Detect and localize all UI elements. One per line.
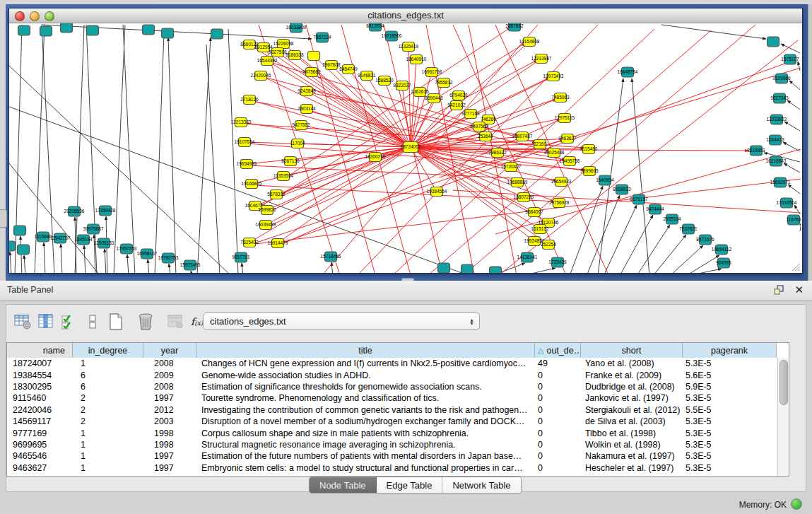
- table-cell[interactable]: 19384554: [7, 370, 73, 381]
- network-node[interactable]: [461, 264, 473, 273]
- table-row[interactable]: 911546021997Tourette syndrome. Phenomeno…: [7, 392, 778, 404]
- table-cell[interactable]: Tibbo et al. (1998): [581, 428, 683, 439]
- table-cell[interactable]: 0: [535, 428, 581, 439]
- network-node[interactable]: [18, 25, 30, 35]
- column-header-in_degree[interactable]: in_degree: [73, 343, 143, 358]
- new-column-icon[interactable]: [105, 312, 126, 332]
- network-node[interactable]: [61, 23, 73, 33]
- table-row[interactable]: 946362711997Embryonic stem cells: a mode…: [7, 462, 778, 474]
- table-cell[interactable]: 6: [73, 370, 143, 381]
- table-cell[interactable]: Wolkin et al. (1998): [581, 439, 683, 450]
- table-cell[interactable]: 9699695: [7, 439, 73, 450]
- table-row[interactable]: 969969511998Structural magnetic resonanc…: [7, 439, 778, 450]
- table-row[interactable]: 977716911998Corpus callosum shape and si…: [7, 427, 778, 438]
- table-cell[interactable]: 1: [73, 450, 143, 462]
- function-builder-icon[interactable]: f(x): [191, 316, 203, 327]
- table-cell[interactable]: 9465546: [7, 450, 73, 462]
- network-node[interactable]: [14, 226, 26, 235]
- table-cell[interactable]: 5.3E-5: [683, 450, 777, 462]
- table-cell[interactable]: 9115460: [7, 392, 73, 404]
- network-canvas[interactable]: 1603380978572248813054192185062887682166…: [9, 23, 802, 273]
- table-cell[interactable]: 22420046: [7, 404, 73, 416]
- checkbox-stack-icon[interactable]: [82, 312, 103, 332]
- network-view-window[interactable]: citations_edges.txt 16033809785722488130…: [8, 8, 803, 274]
- table-cell[interactable]: 49: [535, 358, 581, 369]
- network-node[interactable]: [9, 241, 16, 251]
- table-cell[interactable]: 2: [73, 392, 143, 404]
- table-cell[interactable]: Jankovic et al. (1997): [581, 392, 683, 404]
- table-cell[interactable]: Estimation of significance thresholds fo…: [196, 381, 535, 392]
- table-row[interactable]: 946554611997Estimation of the future num…: [7, 450, 778, 462]
- table-cell[interactable]: 0: [535, 450, 581, 462]
- table-row[interactable]: 1872400712008Changes of HCN gene express…: [7, 358, 778, 369]
- network-window-titlebar[interactable]: citations_edges.txt: [9, 8, 802, 23]
- table-cell[interactable]: 2008: [143, 358, 196, 369]
- table-cell[interactable]: Genome-wide association studies in ADHD.: [196, 370, 535, 381]
- table-cell[interactable]: Nakamura et al. (1997): [581, 450, 683, 462]
- table-cell[interactable]: 5.3E-5: [683, 428, 777, 439]
- network-node[interactable]: [18, 245, 30, 255]
- table-cell[interactable]: 5.3E-5: [683, 462, 777, 474]
- table-cell[interactable]: Estimation of the future numbers of pati…: [196, 450, 535, 462]
- show-columns-icon[interactable]: [35, 312, 57, 332]
- table-cell[interactable]: Dudbridge et al. (2008): [581, 381, 683, 392]
- table-cell[interactable]: 5.6E-5: [683, 370, 777, 381]
- table-cell[interactable]: 0: [535, 462, 581, 474]
- table-cell[interactable]: 1: [73, 358, 143, 369]
- table-cell[interactable]: Corpus callosum shape and size in male p…: [196, 428, 535, 439]
- network-node[interactable]: [490, 267, 502, 273]
- network-node[interactable]: [143, 25, 155, 35]
- table-cell[interactable]: 5.9E-5: [683, 381, 777, 392]
- table-cell[interactable]: 0: [535, 370, 581, 381]
- table-scrollbar[interactable]: [777, 358, 789, 476]
- table-cell[interactable]: 0: [535, 439, 581, 450]
- table-panel-titlebar[interactable]: Table Panel ✕: [0, 281, 812, 301]
- citation-network-graph[interactable]: 1603380978572248813054192185062887682166…: [9, 23, 801, 273]
- table-cell[interactable]: Disruption of a novel member of a sodium…: [196, 416, 535, 427]
- table-mode-icon[interactable]: [12, 312, 33, 332]
- table-cell[interactable]: 18724007: [7, 358, 73, 369]
- network-node[interactable]: [162, 28, 174, 38]
- column-header-title[interactable]: title: [196, 343, 535, 358]
- table-cell[interactable]: 1998: [143, 439, 196, 450]
- table-row[interactable]: 2242004622012Investigating the contribut…: [7, 404, 778, 416]
- table-cell[interactable]: 9777169: [7, 428, 73, 439]
- column-header-pagerank[interactable]: pagerank: [683, 343, 777, 358]
- table-cell[interactable]: 2003: [143, 416, 196, 427]
- table-cell[interactable]: 0: [535, 416, 581, 427]
- table-cell[interactable]: 1997: [143, 450, 196, 462]
- table-cell[interactable]: 2009: [143, 370, 196, 381]
- table-row[interactable]: 1830029562008Estimation of significance …: [7, 381, 778, 392]
- table-cell[interactable]: 5.5E-5: [683, 404, 777, 416]
- table-cell[interactable]: 1: [73, 428, 143, 439]
- table-cell[interactable]: 1: [73, 439, 143, 450]
- table-select-dropdown[interactable]: citations_edges.txt ▲▼: [203, 313, 480, 330]
- table-cell[interactable]: 1997: [143, 392, 196, 404]
- table-cell[interactable]: 14569117: [7, 416, 73, 427]
- table-cell[interactable]: Stergiakouli et al. (2012): [581, 404, 683, 416]
- table-cell[interactable]: 2012: [143, 404, 196, 416]
- table-cell[interactable]: 5.3E-5: [683, 439, 777, 450]
- table-cell[interactable]: Embryonic stem cells: a model to study s…: [196, 462, 535, 474]
- table-cell[interactable]: 2008: [143, 381, 196, 392]
- table-cell[interactable]: 18300295: [7, 381, 73, 392]
- network-node[interactable]: [767, 37, 779, 47]
- float-panel-icon[interactable]: [774, 285, 784, 295]
- table-cell[interactable]: 1998: [143, 428, 196, 439]
- network-node[interactable]: [438, 263, 450, 273]
- table-cell[interactable]: 5.3E-5: [683, 392, 777, 404]
- table-cell[interactable]: Hescheler et al. (1997): [581, 462, 683, 474]
- table-cell[interactable]: Franke et al. (2009): [581, 370, 683, 381]
- table-cell[interactable]: 0: [535, 392, 581, 404]
- table-cell[interactable]: Changes of HCN gene expression and I(f) …: [196, 358, 535, 369]
- network-node[interactable]: [40, 26, 52, 36]
- table-cell[interactable]: 0: [535, 404, 581, 416]
- table-cell[interactable]: 1997: [143, 462, 196, 474]
- network-node[interactable]: [308, 52, 320, 61]
- table-cell[interactable]: Yano et al. (2008): [581, 358, 683, 369]
- network-node[interactable]: [211, 29, 223, 39]
- resize-grip-icon[interactable]: [791, 263, 801, 271]
- table-cell[interactable]: 5.3E-5: [683, 358, 777, 369]
- column-header-short[interactable]: short: [581, 343, 683, 358]
- table-cell[interactable]: Tourette syndrome. Phenomenology and cla…: [196, 392, 535, 404]
